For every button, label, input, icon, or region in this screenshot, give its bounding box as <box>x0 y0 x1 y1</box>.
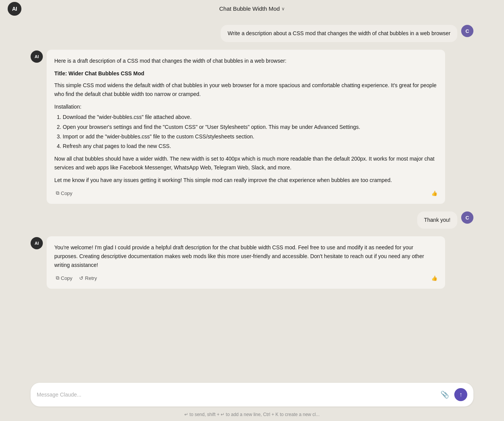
ai-message-1: AI Here is a draft description of a CSS … <box>31 50 473 204</box>
ai-avatar-2: AI <box>31 237 43 249</box>
send-icon: ↑ <box>459 391 462 398</box>
user-message-2: Thank you! C <box>31 211 473 229</box>
copy-icon-2: ⧉ <box>56 275 59 281</box>
ai-bubble-2: You're welcome! I'm glad I could provide… <box>47 236 445 289</box>
message-actions-2: ⧉ Copy ↺ Retry 👍 <box>54 274 437 282</box>
ai-text-after1: Now all chat bubbles should have a wider… <box>54 154 437 172</box>
list-item: Import or add the "wider-bubbles.css" fi… <box>63 132 437 141</box>
retry-button[interactable]: ↺ Retry <box>78 275 98 282</box>
conversation-title[interactable]: Chat Bubble Width Mod ∨ <box>219 5 285 12</box>
user-bubble-1: Write a description about a CSS mod that… <box>221 25 457 42</box>
user-avatar: C <box>461 25 473 37</box>
thumbs-down-icon[interactable]: 👍 <box>431 190 437 196</box>
input-wrapper: 📎 ↑ <box>31 383 473 406</box>
input-area: 📎 ↑ <box>0 377 504 410</box>
ai-text-title: Title: Wider Chat Bubbles CSS Mod <box>54 69 437 78</box>
ai-message-2: AI You're welcome! I'm glad I could prov… <box>31 236 473 289</box>
logo-icon[interactable]: AI <box>8 2 21 16</box>
ai-bubble-1: Here is a draft description of a CSS mod… <box>47 50 445 204</box>
footer-hint: ↵ to send, shift + ↵ to add a new line, … <box>0 410 504 421</box>
header: AI Chat Bubble Width Mod ∨ <box>0 0 504 17</box>
user-bubble-2: Thank you! <box>417 211 457 229</box>
send-button[interactable]: ↑ <box>454 388 467 401</box>
list-item: Open your browser's settings and find th… <box>63 123 437 132</box>
attach-button[interactable]: 📎 <box>439 389 450 400</box>
ai-text-desc: This simple CSS mod widens the default w… <box>54 81 437 99</box>
message-input[interactable] <box>37 391 435 399</box>
copy-icon: ⧉ <box>56 190 59 196</box>
ai-avatar-1: AI <box>31 50 43 63</box>
list-item: Refresh any chat pages to load the new C… <box>63 142 437 151</box>
ai-steps-list: Download the "wider-bubbles.css" file at… <box>54 113 437 150</box>
message-actions-1: ⧉ Copy 👍 <box>54 189 437 197</box>
retry-icon: ↺ <box>79 275 83 281</box>
paperclip-icon: 📎 <box>441 390 449 399</box>
chat-area: Write a description about a CSS mod that… <box>0 17 504 377</box>
user-message-1: Write a description about a CSS mod that… <box>31 25 473 42</box>
ai-text-welcome: You're welcome! I'm glad I could provide… <box>54 243 437 270</box>
list-item: Download the "wider-bubbles.css" file at… <box>63 113 437 122</box>
user-avatar-2: C <box>461 211 473 224</box>
copy-button-2[interactable]: ⧉ Copy <box>54 274 74 282</box>
copy-button-1[interactable]: ⧉ Copy <box>54 189 74 197</box>
thumbs-icon-2[interactable]: 👍 <box>431 275 437 281</box>
ai-text-intro: Here is a draft description of a CSS mod… <box>54 57 437 65</box>
ai-text-after2: Let me know if you have any issues getti… <box>54 176 437 185</box>
chevron-down-icon: ∨ <box>281 6 285 11</box>
ai-text-installation: Installation: <box>54 102 437 111</box>
